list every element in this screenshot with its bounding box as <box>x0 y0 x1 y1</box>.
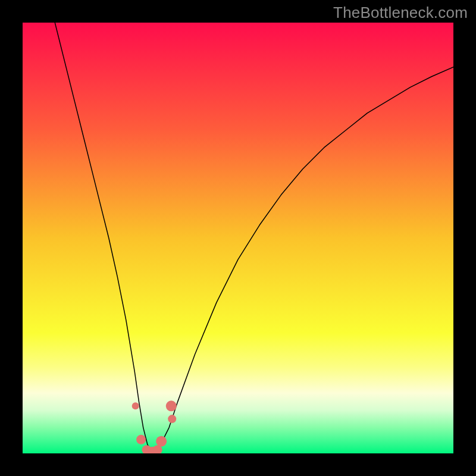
highlight-dot <box>168 415 176 423</box>
chart-frame: TheBottleneck.com <box>0 0 476 476</box>
highlight-dot <box>156 436 167 447</box>
highlight-dot <box>166 400 177 411</box>
plot-area <box>23 23 453 453</box>
chart-svg <box>23 23 453 453</box>
gradient-background <box>23 23 453 453</box>
highlight-dot <box>132 402 139 409</box>
highlight-dot <box>136 435 146 444</box>
watermark-text: TheBottleneck.com <box>333 4 468 22</box>
